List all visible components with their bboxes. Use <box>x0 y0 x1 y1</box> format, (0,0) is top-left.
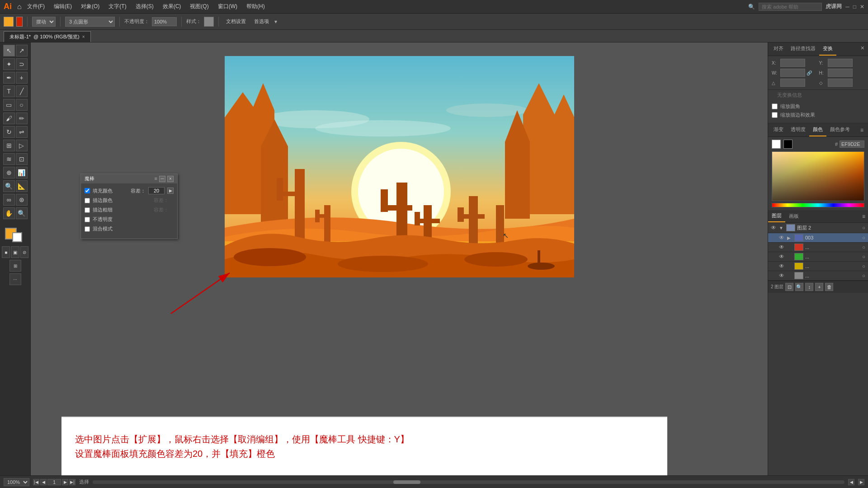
pen-tool[interactable]: ✒ <box>3 72 15 84</box>
shape-builder[interactable]: ⊕ <box>3 167 15 178</box>
warp-tool[interactable]: ≋ <box>3 153 15 165</box>
blend-tool[interactable]: ∞ <box>3 194 15 206</box>
blend-mode-checkbox[interactable] <box>85 226 90 232</box>
layer-2-lock[interactable]: ○ <box>862 225 865 230</box>
x-input[interactable] <box>780 59 805 67</box>
menu-file[interactable]: 文件(F) <box>24 2 48 11</box>
blend-mode-select[interactable]: 摆动 <box>32 17 56 27</box>
opacity-checkbox[interactable] <box>85 217 90 222</box>
tab-transform[interactable]: 变换 <box>819 42 836 56</box>
shear-input[interactable] <box>828 79 853 87</box>
color-panel-menu[interactable]: ≡ <box>858 125 866 135</box>
stroke-width-checkbox[interactable] <box>85 207 90 213</box>
color-picker[interactable] <box>772 151 864 201</box>
sublayer-yellow-lock[interactable]: ○ <box>862 263 865 269</box>
first-option-button[interactable]: 首选项 <box>251 17 272 26</box>
fill-color-checkbox[interactable] <box>85 188 90 193</box>
artwork-canvas[interactable]: ↖ <box>225 56 574 277</box>
sublayer-red-eye[interactable]: 👁 <box>779 244 785 250</box>
canvas-area[interactable]: 魔棒 ≡ ─ × 填充颜色 容差： 20 ▶ <box>31 42 768 475</box>
sublayer-green-eye[interactable]: 👁 <box>779 253 785 260</box>
menu-window[interactable]: 窗口(W) <box>214 2 241 11</box>
layers-move-selection[interactable]: ↕ <box>805 283 813 291</box>
horizontal-scrollbar[interactable] <box>93 480 844 484</box>
menu-edit[interactable]: 编辑(E) <box>50 2 75 11</box>
window-maximize[interactable]: □ <box>853 4 856 10</box>
sublayer-yellow[interactable]: 👁 ... ○ <box>768 262 868 271</box>
graph-tool[interactable]: 📊 <box>16 167 28 178</box>
type-tool[interactable]: T <box>3 85 15 97</box>
w-input[interactable] <box>780 69 805 77</box>
sublayer-003[interactable]: 👁 ▶ 003 ○ <box>768 233 868 243</box>
constrain-strokes-checkbox[interactable] <box>772 112 778 118</box>
layers-make-clip[interactable]: ⊡ <box>785 283 793 291</box>
pencil-tool[interactable]: ✏ <box>16 113 28 124</box>
hand-tool[interactable]: ✋ <box>3 207 15 219</box>
sublayer-red[interactable]: 👁 ... ○ <box>768 243 868 252</box>
scroll-right-btn[interactable]: ▶ <box>858 479 864 485</box>
reflect-tool[interactable]: ⇌ <box>16 126 28 138</box>
zoom-tool[interactable]: 🔍 <box>16 207 28 219</box>
constrain-corners-checkbox[interactable] <box>772 103 778 109</box>
color-mode[interactable]: ■ <box>2 246 10 258</box>
tab-pathfinder[interactable]: 路径查找器 <box>787 42 819 56</box>
prev-page-btn[interactable]: ◀ <box>40 479 47 485</box>
eyedropper-tool[interactable]: 🔍 <box>3 180 15 192</box>
layers-menu[interactable]: ≡ <box>859 211 868 221</box>
layer-2-expand[interactable]: ▼ <box>779 225 784 230</box>
sublayer-green-lock[interactable]: ○ <box>862 254 865 259</box>
sublayer-003-eye[interactable]: 👁 <box>779 235 785 241</box>
first-option-arrow[interactable]: ▾ <box>274 19 277 25</box>
point-type-select[interactable]: 3 点圆形 <box>65 17 115 27</box>
sublayer-gray-eye[interactable]: 👁 <box>779 272 785 279</box>
scale-tool[interactable]: ⊞ <box>3 140 15 151</box>
fill-color-swatch[interactable] <box>4 17 14 27</box>
stroke-color-swatch[interactable] <box>16 17 23 27</box>
window-close[interactable]: ✕ <box>860 4 864 10</box>
scrollbar-thumb[interactable] <box>393 480 420 484</box>
right-panel-close[interactable]: × <box>859 42 866 56</box>
direct-selection-tool[interactable]: ↗ <box>16 45 28 56</box>
y-input[interactable] <box>828 59 853 67</box>
tab-gradient[interactable]: 渐变 <box>770 123 787 136</box>
sublayer-yellow-eye[interactable]: 👁 <box>779 263 785 269</box>
h-input[interactable] <box>828 69 853 77</box>
panel-minimize[interactable]: ─ <box>159 176 165 182</box>
tolerance-input[interactable]: 20 <box>148 187 165 194</box>
tab-layers[interactable]: 图层 <box>768 210 785 222</box>
selection-tool[interactable]: ↖ <box>3 45 15 56</box>
home-icon[interactable]: ⌂ <box>17 3 22 11</box>
opacity-input[interactable] <box>152 17 177 26</box>
angle-input[interactable] <box>780 79 805 87</box>
menu-text[interactable]: 文字(T) <box>105 2 130 11</box>
more-tools[interactable]: ··· <box>9 273 21 285</box>
symbol-sprayer[interactable]: ⊛ <box>16 194 28 206</box>
tab-opacity[interactable]: 透明度 <box>787 123 809 136</box>
tab-color[interactable]: 颜色 <box>809 123 826 136</box>
add-anchor-tool[interactable]: + <box>16 72 28 84</box>
tab-close-button[interactable]: × <box>82 34 85 39</box>
tab-align[interactable]: 对齐 <box>770 42 787 56</box>
line-tool[interactable]: ╱ <box>16 85 28 97</box>
last-page-btn[interactable]: ▶| <box>69 479 75 485</box>
black-swatch[interactable] <box>783 140 793 149</box>
window-minimize[interactable]: ─ <box>845 4 849 10</box>
panel-menu[interactable]: ≡ <box>155 176 157 182</box>
sublayer-green[interactable]: 👁 ... ○ <box>768 252 868 262</box>
lasso-tool[interactable]: ⊃ <box>16 58 28 70</box>
measure-tool[interactable]: 📐 <box>16 180 28 192</box>
sublayer-red-lock[interactable]: ○ <box>862 244 865 250</box>
stroke-color-checkbox[interactable] <box>85 198 90 203</box>
shear-tool[interactable]: ▷ <box>16 140 28 151</box>
layers-delete[interactable]: 🗑 <box>825 283 833 291</box>
layer-2-eye[interactable]: 👁 <box>771 225 777 231</box>
rotate-tool[interactable]: ↻ <box>3 126 15 138</box>
tab-artboards[interactable]: 画板 <box>785 211 802 222</box>
tab-color-ref[interactable]: 颜色参考 <box>826 123 854 136</box>
layers-find[interactable]: 🔍 <box>795 283 803 291</box>
next-page-btn[interactable]: ▶ <box>62 479 68 485</box>
doc-settings-button[interactable]: 文档设置 <box>223 17 249 26</box>
hue-slider[interactable] <box>772 203 864 207</box>
white-swatch[interactable] <box>772 140 781 149</box>
rect-tool[interactable]: ▭ <box>3 99 15 111</box>
